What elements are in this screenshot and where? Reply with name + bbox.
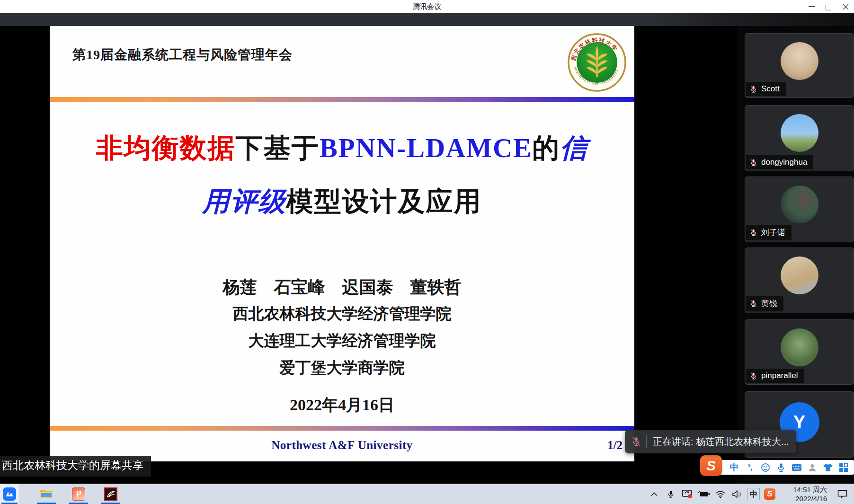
system-tray: 中 S 14:51 周六 2022/4/16 <box>648 484 854 504</box>
university-logo: 西北农林科技大学 NORTHWEST A&F UNIVERSITY <box>567 33 627 92</box>
avatar <box>781 42 818 80</box>
page-number: 1/2 <box>607 439 623 452</box>
title-segment-black: 下基于 <box>236 133 320 163</box>
sogou-logo[interactable]: S <box>700 455 722 476</box>
tencent-meeting-icon <box>3 487 16 501</box>
title-segment-black2: 的 <box>532 133 560 163</box>
speaking-toast: 正在讲话: 杨莲西北农林科技大... <box>625 430 796 453</box>
participant-tile[interactable]: 刘子诺 <box>745 177 854 242</box>
participant-name-tag: 黄锐 <box>746 296 783 311</box>
avatar-letter: Y <box>793 412 805 433</box>
affiliation-1: 西北农林科技大学经济管理学院 <box>50 303 634 325</box>
screen-share-label: 西北农林科技大学的屏幕共享 <box>0 456 151 477</box>
conference-title: 第19届金融系统工程与风险管理年会 <box>72 46 293 64</box>
slide-title-line2: 用评级模型设计及应用 <box>50 184 634 220</box>
participant-name-tag: 刘子诺 <box>746 225 792 240</box>
window-controls <box>803 0 854 13</box>
participant-name: 刘子诺 <box>761 227 785 238</box>
restore-icon <box>826 5 831 10</box>
participant-name-tag: dongyinghua <box>746 155 813 169</box>
taskbar-file-explorer-button[interactable] <box>36 484 57 504</box>
tray-battery-icon[interactable] <box>698 487 710 501</box>
tray-volume-icon[interactable] <box>731 487 743 501</box>
minimize-icon <box>809 6 815 7</box>
window-title: 腾讯会议 <box>413 2 441 11</box>
avatar <box>781 186 818 223</box>
skin-shirt-icon[interactable] <box>821 461 835 474</box>
participant-name-tag: Scott <box>746 82 786 96</box>
participant-tile[interactable]: 黄锐 <box>745 248 854 313</box>
powerpoint-icon: P <box>72 487 85 501</box>
participant-tile[interactable]: dongyinghua <box>745 105 854 171</box>
adobe-acrobat-icon <box>104 487 117 501</box>
participant-name: 黄锐 <box>761 298 777 309</box>
minimize-button[interactable] <box>803 0 820 13</box>
muted-mic-icon <box>749 159 757 167</box>
slide-footer: Northwest A&F University <box>50 439 634 452</box>
tray-chevron-icon[interactable] <box>648 487 660 501</box>
close-button[interactable] <box>837 0 854 13</box>
file-explorer-icon <box>40 488 53 500</box>
taskbar-apps: P <box>0 484 122 504</box>
screen-share-stage: 第19届金融系统工程与风险管理年会 <box>0 26 854 484</box>
close-icon <box>843 4 849 10</box>
action-center-icon[interactable] <box>834 487 850 501</box>
taskbar: P 中 S 14 <box>0 484 854 504</box>
account-icon[interactable] <box>806 461 819 474</box>
avatar <box>781 114 818 152</box>
participant-name: dongyinghua <box>761 158 807 167</box>
tray-ime-indicator[interactable]: 中 <box>747 488 760 500</box>
slide-date: 2022年4月16日 <box>50 394 634 416</box>
slide-title-line1: 非均衡数据下基于BPNN-LDAMCE的信 <box>50 130 634 167</box>
title-segment-blue: BPNN-LDAMCE <box>320 133 532 163</box>
taskbar-tencent-meeting-button[interactable] <box>0 484 19 504</box>
clock-date: 2022/4/16 <box>783 494 827 504</box>
powerpoint-letter: P <box>76 489 81 500</box>
taskbar-separator <box>22 486 22 502</box>
avatar <box>781 328 818 366</box>
slide-divider-top <box>50 97 634 102</box>
muted-mic-icon <box>631 436 641 447</box>
participants-sidebar: Scott dongyinghua 刘子诺 黄锐 pinparallel Y <box>737 26 854 484</box>
muted-mic-icon <box>749 229 757 237</box>
window-titlebar: 腾讯会议 <box>0 0 854 13</box>
avatar <box>781 256 818 294</box>
tray-cast-notification-icon[interactable] <box>681 487 694 501</box>
taskbar-clock[interactable]: 14:51 周六 2022/4/16 <box>783 485 827 504</box>
speaking-toast-text: 正在讲话: 杨莲西北农林科技大... <box>653 435 789 448</box>
title-segment-red: 非均衡数据 <box>96 133 236 163</box>
participant-tile[interactable]: Scott <box>745 33 854 98</box>
affiliation-3: 爱丁堡大学商学院 <box>50 357 634 379</box>
shared-slide: 第19届金融系统工程与风险管理年会 <box>50 26 634 461</box>
ime-language-toggle[interactable]: 中 <box>728 461 741 474</box>
taskbar-powerpoint-button[interactable]: P <box>68 484 89 504</box>
muted-mic-icon <box>749 85 757 93</box>
ime-punctuation-toggle[interactable]: °, <box>743 461 756 474</box>
voice-input-icon[interactable] <box>774 461 788 474</box>
participant-name-tag: pinparallel <box>746 369 804 383</box>
tray-sogou-icon[interactable]: S <box>764 488 775 500</box>
authors-line: 杨莲 石宝峰 迟国泰 董轶哲 <box>50 276 634 299</box>
participant-name: pinparallel <box>761 371 798 380</box>
title-segment-cursive: 信 <box>560 133 588 163</box>
soft-keyboard-icon[interactable] <box>790 461 803 474</box>
participant-tile[interactable]: pinparallel <box>745 319 854 385</box>
participant-name: Scott <box>761 84 780 94</box>
tray-microphone-icon[interactable] <box>665 487 677 501</box>
restore-button[interactable] <box>820 0 837 13</box>
title2-segment-black: 模型设计及应用 <box>286 186 482 216</box>
meeting-toolbar-strip <box>0 13 854 26</box>
slide-divider-bottom <box>50 426 634 431</box>
emoji-icon[interactable] <box>759 461 772 474</box>
muted-mic-icon <box>749 300 757 308</box>
tray-wifi-icon[interactable] <box>714 487 727 501</box>
taskbar-acrobat-button[interactable] <box>100 484 122 504</box>
toast-divider <box>646 435 647 448</box>
sogou-ime-toolbar: 中 °, <box>709 460 854 475</box>
clock-time: 14:51 周六 <box>783 485 827 495</box>
muted-mic-icon <box>749 372 757 380</box>
affiliation-2: 大连理工大学经济管理学院 <box>50 330 634 352</box>
title2-segment-cursive: 用评级 <box>203 186 286 216</box>
toolbox-grid-icon[interactable] <box>837 461 850 474</box>
